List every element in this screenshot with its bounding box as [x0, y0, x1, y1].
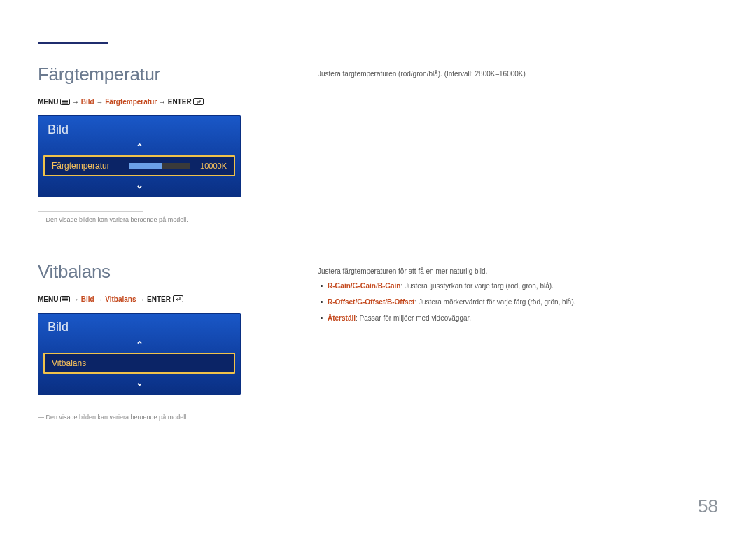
svg-rect-9	[173, 296, 183, 302]
section1-title: Färgtemperatur	[38, 64, 276, 85]
section2-menu-path: MENU → Bild → Vitbalans → ENTER	[38, 295, 276, 303]
arrow-icon: →	[96, 98, 103, 106]
bullet-term: R-Offset/G-Offset/B-Offset	[328, 298, 414, 306]
arrow-icon: →	[96, 295, 103, 303]
chevron-up-icon[interactable]: ⌃	[136, 141, 144, 155]
footnote-text: Den visade bilden kan variera beroende p…	[46, 414, 188, 421]
section1-footnote: ― Den visade bilden kan variera beroende…	[38, 216, 276, 223]
section2-footnote: ― Den visade bilden kan variera beroende…	[38, 414, 276, 421]
path-bild: Bild	[81, 98, 94, 106]
page-number: 58	[698, 496, 718, 517]
osd-panel-title: Bild	[38, 115, 241, 140]
footnote-text: Den visade bilden kan variera beroende p…	[46, 216, 188, 223]
section1-menu-path: MENU → Bild → Färgtemperatur → ENTER	[38, 98, 276, 106]
osd-panel-fargtemp: Bild ⌃ Färgtemperatur 10000K ⌄	[38, 115, 241, 197]
osd-selected-row[interactable]: Vitbalans	[43, 353, 235, 374]
bullet-term: R-Gain/G-Gain/B-Gain	[328, 282, 400, 290]
section2-body-intro: Justera färgtemperaturen för att få en m…	[318, 265, 718, 277]
section2-title: Vitbalans	[38, 261, 276, 283]
arrow-icon: →	[159, 98, 166, 106]
path-target: Färgtemperatur	[105, 98, 157, 106]
section1-body: Justera färgtemperaturen (röd/grön/blå).…	[318, 68, 718, 80]
top-rule-accent	[38, 42, 108, 44]
osd-item-label: Färgtemperatur	[52, 161, 122, 171]
menu-icon	[60, 296, 70, 302]
bullet-rest: : Justera ljusstyrkan för varje färg (rö…	[400, 282, 553, 290]
chevron-down-icon[interactable]: ⌄	[136, 376, 144, 390]
enter-label: ENTER	[147, 295, 171, 303]
osd-slider[interactable]	[129, 163, 190, 169]
top-rule	[38, 42, 718, 44]
list-item: R-Gain/G-Gain/B-Gain: Justera ljusstyrka…	[318, 280, 718, 292]
path-target: Vitbalans	[105, 295, 136, 303]
osd-panel-title: Bild	[38, 313, 241, 337]
osd-panel-vitbalans: Bild ⌃ Vitbalans ⌄	[38, 313, 241, 395]
osd-slider-fill	[129, 163, 162, 169]
bullet-term: Återställ	[328, 314, 356, 322]
osd-item-label: Vitbalans	[52, 358, 227, 368]
enter-icon	[193, 98, 204, 105]
arrow-icon: →	[72, 98, 79, 106]
path-bild: Bild	[81, 295, 94, 303]
svg-rect-4	[194, 99, 204, 105]
enter-label: ENTER	[168, 98, 192, 106]
top-rule-line	[108, 42, 718, 43]
osd-item-value: 10000K	[197, 162, 227, 170]
list-item: R-Offset/G-Offset/B-Offset: Justera mörk…	[318, 296, 718, 308]
bullet-rest: : Passar för miljöer med videoväggar.	[356, 314, 471, 322]
footnote-rule	[38, 409, 143, 409]
chevron-down-icon[interactable]: ⌄	[136, 178, 144, 192]
chevron-up-icon[interactable]: ⌃	[136, 338, 144, 352]
footnote-rule	[38, 211, 143, 212]
osd-selected-row[interactable]: Färgtemperatur 10000K	[43, 155, 235, 176]
enter-icon	[173, 295, 183, 302]
menu-label: MENU	[38, 295, 58, 303]
menu-label: MENU	[38, 98, 58, 106]
bullet-rest: : Justera mörkervärdet för varje färg (r…	[414, 298, 575, 306]
arrow-icon: →	[138, 295, 145, 303]
list-item: Återställ: Passar för miljöer med videov…	[318, 312, 718, 324]
section2-bullet-list: R-Gain/G-Gain/B-Gain: Justera ljusstyrka…	[318, 280, 718, 324]
arrow-icon: →	[72, 295, 79, 303]
menu-icon	[60, 99, 70, 105]
